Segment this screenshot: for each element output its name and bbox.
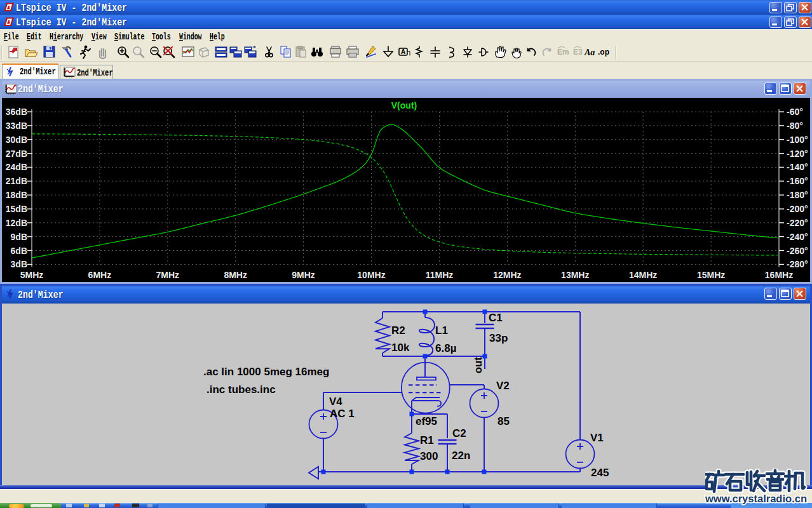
svg-text:Aa: Aa xyxy=(584,48,595,57)
svg-text:V4: V4 xyxy=(329,396,342,408)
svg-text:V(out): V(out) xyxy=(391,100,417,110)
svg-text:33p: 33p xyxy=(489,332,508,344)
svg-text:-240°: -240° xyxy=(787,232,808,242)
svg-text:18dB: 18dB xyxy=(6,190,27,200)
svg-text:-280°: -280° xyxy=(787,259,808,269)
svg-text:-260°: -260° xyxy=(787,246,808,256)
svg-text:10MHz: 10MHz xyxy=(357,270,385,280)
svg-text:15MHz: 15MHz xyxy=(697,270,725,280)
svg-text:36dB: 36dB xyxy=(6,107,27,117)
svg-text:V2: V2 xyxy=(496,380,510,392)
svg-text:out: out xyxy=(472,357,484,373)
svg-text:C2: C2 xyxy=(452,427,466,439)
svg-text:L1: L1 xyxy=(435,324,448,337)
svg-text:C1: C1 xyxy=(489,312,503,324)
svg-text:6.8µ: 6.8µ xyxy=(435,342,456,354)
svg-text:www.crystalradio.cn: www.crystalradio.cn xyxy=(705,493,807,504)
svg-text:245: 245 xyxy=(591,467,609,479)
svg-text:13MHz: 13MHz xyxy=(561,270,589,280)
svg-text:.ac lin 1000 5meg 16meg: .ac lin 1000 5meg 16meg xyxy=(203,366,329,378)
svg-text:V1: V1 xyxy=(590,432,604,444)
svg-text:10k: 10k xyxy=(391,342,410,354)
svg-text:6dB: 6dB xyxy=(11,246,27,256)
svg-text:14MHz: 14MHz xyxy=(629,270,657,280)
svg-text:-100°: -100° xyxy=(787,135,808,145)
svg-text:.op: .op xyxy=(598,48,609,57)
svg-text:5MHz: 5MHz xyxy=(20,270,44,280)
svg-text:15dB: 15dB xyxy=(6,204,27,214)
svg-text:-180°: -180° xyxy=(787,190,808,200)
svg-text:7MHz: 7MHz xyxy=(156,270,180,280)
svg-text:-80°: -80° xyxy=(787,121,803,131)
svg-text:R2: R2 xyxy=(391,324,405,337)
svg-text:R1: R1 xyxy=(420,434,434,446)
svg-text:.inc tubes.inc: .inc tubes.inc xyxy=(206,384,276,396)
svg-text:30dB: 30dB xyxy=(6,135,27,145)
svg-text:27dB: 27dB xyxy=(6,149,27,159)
svg-text:12dB: 12dB xyxy=(6,218,27,228)
svg-text:85: 85 xyxy=(497,415,510,427)
svg-text:22n: 22n xyxy=(452,450,470,462)
svg-text:300: 300 xyxy=(420,450,438,462)
svg-text:-120°: -120° xyxy=(787,149,808,159)
svg-text:-220°: -220° xyxy=(787,218,808,228)
svg-text:16MHz: 16MHz xyxy=(765,270,793,280)
svg-text:A: A xyxy=(401,48,405,55)
svg-text:AC 1: AC 1 xyxy=(330,408,355,420)
svg-text:24dB: 24dB xyxy=(6,162,27,172)
svg-text:9MHz: 9MHz xyxy=(292,270,315,280)
svg-text:11MHz: 11MHz xyxy=(426,270,454,280)
svg-text:Em: Em xyxy=(557,48,569,57)
svg-text:-60°: -60° xyxy=(787,107,803,117)
svg-text:33dB: 33dB xyxy=(6,121,27,131)
svg-text:6MHz: 6MHz xyxy=(88,270,112,280)
svg-text:-160°: -160° xyxy=(787,176,808,186)
svg-text:ef95: ef95 xyxy=(416,415,437,427)
svg-text:3dB: 3dB xyxy=(11,259,27,269)
svg-text:21dB: 21dB xyxy=(6,176,27,186)
svg-text:-200°: -200° xyxy=(787,204,808,214)
svg-text:9dB: 9dB xyxy=(11,232,27,242)
svg-text:-140°: -140° xyxy=(787,162,808,172)
svg-text:12MHz: 12MHz xyxy=(493,270,521,280)
svg-text:8MHz: 8MHz xyxy=(224,270,247,280)
svg-text:E3: E3 xyxy=(573,48,583,57)
